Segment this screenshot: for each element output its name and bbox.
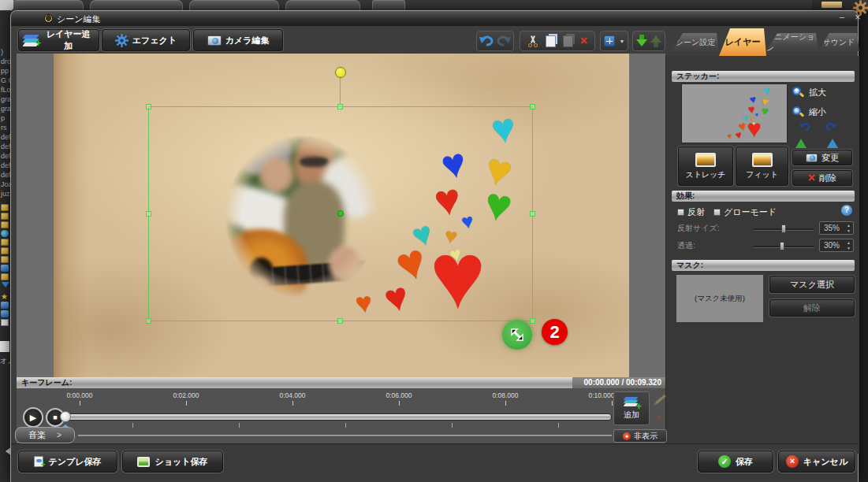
grid-icon[interactable] — [604, 35, 615, 46]
tab-layer[interactable]: レイヤー — [719, 28, 766, 56]
mask-select-button[interactable]: マスク選択 — [769, 276, 855, 293]
undo-icon[interactable] — [479, 35, 494, 47]
glow-mode-checkbox[interactable]: グローモード — [713, 206, 777, 218]
close-button[interactable]: × — [851, 12, 864, 23]
paste-icon[interactable] — [563, 35, 573, 47]
spinner-arrows[interactable]: ▲▼ — [847, 240, 851, 251]
edit-canvas[interactable]: ♥♥♥♥♥♥♥♥♥♥♥♥♥ 2 — [17, 54, 665, 377]
mask-preview-box: (マスク未使用) — [676, 274, 764, 323]
cancel-button[interactable]: × キャンセル — [778, 450, 855, 473]
ruler-minor-tick — [132, 423, 133, 428]
background-app-file-list: )droppG GfLogragraprsdefdefdefdefdefJoaj… — [0, 11, 11, 482]
playhead[interactable] — [60, 411, 71, 422]
globe-icon — [1, 230, 9, 237]
folder-icon — [1, 204, 9, 211]
redo-icon[interactable] — [497, 35, 511, 47]
chevron-down-icon[interactable]: ▼ — [619, 39, 624, 44]
background-app-button-fragment — [821, 2, 842, 8]
edit-pencil-icon[interactable] — [654, 395, 666, 406]
step-annotation-badge: 2 — [542, 319, 568, 345]
fit-button[interactable]: フィット — [736, 146, 788, 186]
save-shot-button[interactable]: ショット保存 — [122, 450, 223, 473]
app-icon — [44, 14, 53, 23]
delete-keyframe-icon[interactable]: × — [655, 410, 662, 424]
layers-icon: + — [24, 34, 39, 46]
check-icon: ✓ — [718, 455, 731, 468]
music-button[interactable]: 音楽 > — [15, 427, 75, 443]
selection-handle[interactable] — [146, 104, 151, 109]
blue-icon — [1, 302, 9, 309]
play-button[interactable]: ▶ — [23, 407, 43, 428]
rotate-left-button[interactable] — [795, 125, 807, 139]
blue-icon — [1, 310, 9, 317]
add-keyframe-button[interactable]: + 追加 — [613, 391, 650, 425]
resize-cursor-highlight[interactable] — [502, 320, 532, 350]
ruler-minor-tick — [452, 423, 453, 428]
play-icon: ▶ — [30, 413, 36, 423]
save-button[interactable]: ✓ 保存 — [698, 450, 773, 473]
layout-group: ▼ — [600, 31, 628, 51]
window-titlebar[interactable]: シーン編集 – × — [11, 11, 858, 26]
selection-handle[interactable] — [146, 318, 151, 324]
selection-handle[interactable] — [146, 211, 151, 217]
selection-handle[interactable] — [530, 211, 535, 217]
rotate-stem — [340, 78, 341, 106]
delete-sticker-button[interactable]: × 削除 — [792, 170, 852, 186]
minimize-button[interactable]: – — [836, 13, 848, 23]
move-up-icon[interactable] — [650, 35, 661, 47]
rotate-handle[interactable] — [335, 67, 346, 78]
heart-sticker[interactable]: ♥ — [430, 228, 486, 322]
stretch-button[interactable]: ストレッチ — [678, 146, 733, 186]
tab-sound[interactable]: サウンド — [818, 33, 859, 51]
template-doc-icon: + — [34, 456, 43, 467]
reflection-size-value[interactable]: 35% ▲▼ — [819, 221, 854, 235]
x-icon: × — [786, 455, 799, 468]
clipboard-group: × — [520, 31, 595, 51]
ruler-major-tick — [80, 401, 80, 406]
move-down-icon[interactable] — [636, 35, 647, 47]
hide-icon: ● — [623, 432, 631, 440]
save-template-button[interactable]: + テンプレ保存 — [18, 450, 117, 473]
help-icon[interactable]: ? — [841, 205, 852, 216]
ruler-tick-label: 0:02.000 — [173, 391, 199, 399]
spinner-arrows[interactable]: ▲▼ — [847, 223, 851, 234]
reflection-checkbox[interactable]: 反射 — [677, 206, 705, 218]
background-app-corner — [0, 0, 13, 10]
order-group — [632, 31, 665, 51]
timeline-track[interactable] — [64, 413, 612, 421]
zoom-out-button[interactable]: - 縮小 — [792, 106, 826, 118]
folder-icon — [1, 221, 9, 228]
thumbnail-heart: ♥ — [727, 132, 732, 140]
tab-animation[interactable]: アニメーション — [766, 33, 818, 51]
copy-icon[interactable] — [546, 35, 556, 47]
selection-handle[interactable] — [530, 318, 535, 324]
zoom-in-button[interactable]: + 拡大 — [792, 87, 826, 98]
mask-release-button[interactable]: 解除 — [769, 299, 855, 317]
rotate-right-button[interactable] — [827, 125, 838, 139]
music-track-line — [78, 435, 612, 436]
transparency-slider-thumb[interactable] — [780, 242, 784, 250]
camera-edit-button[interactable]: カメラ編集 — [193, 29, 283, 51]
arrow-icon — [2, 282, 9, 291]
scene-photo[interactable] — [200, 109, 404, 324]
change-button[interactable]: 変更 — [792, 150, 852, 165]
delete-icon[interactable]: × — [580, 35, 587, 46]
selection-handle[interactable] — [337, 104, 343, 109]
layer-panel: ステッカー: ♥♥♥♥♥♥♥♥♥♥♥♥♥ + 拡大 - 縮小 ストレッチ フィッ… — [665, 56, 859, 454]
picture-icon — [695, 153, 716, 167]
ruler-tick-label: 0:04.000 — [279, 391, 305, 399]
reflection-size-slider-thumb[interactable] — [781, 224, 786, 233]
hide-button[interactable]: ● 非表示 — [613, 429, 667, 443]
background-app-scroll-fragment — [0, 341, 9, 352]
selection-center-dot[interactable] — [337, 210, 344, 217]
shot-icon — [137, 457, 150, 467]
tab-scene-settings[interactable]: シーン設定 — [672, 33, 719, 51]
effect-gear-icon — [115, 34, 129, 47]
selection-handle[interactable] — [530, 104, 535, 109]
add-layer-button[interactable]: + レイヤー追加 — [18, 29, 99, 51]
selection-handle[interactable] — [337, 318, 343, 324]
effect-button[interactable]: エフェクト — [102, 29, 190, 51]
footer-bar: + テンプレ保存 ショット保存 ✓ 保存 × キャンセル — [11, 443, 858, 482]
transparency-value[interactable]: 30% ▲▼ — [819, 239, 854, 252]
cut-icon[interactable] — [527, 35, 538, 47]
